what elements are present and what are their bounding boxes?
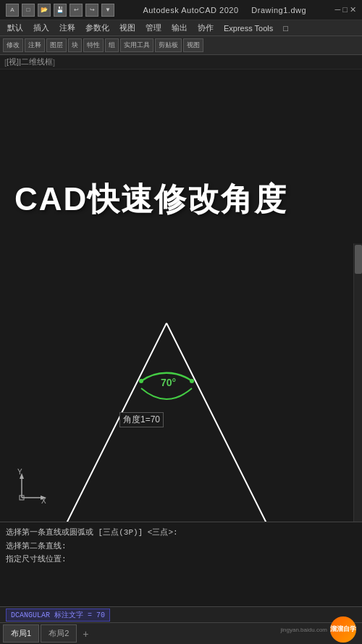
menu-bar: 默认 插入 注释 参数化 视图 管理 输出 协作 Express Tools □ [0, 20, 362, 36]
cmd-line-2: 选择第二条直线: [6, 540, 356, 553]
menu-manage[interactable]: 管理 [141, 21, 166, 35]
tab-layout1[interactable]: 布局1 [3, 624, 39, 643]
dropdown-icon[interactable]: ▼ [101, 4, 114, 17]
scrollbar-vertical[interactable] [353, 243, 362, 544]
view-text: [视]|二维线框 [7, 57, 53, 67]
scrollbar-thumb[interactable] [355, 245, 362, 274]
ucs-y-label: Y [17, 469, 22, 476]
logo-line2: 自学 [343, 626, 356, 633]
menu-extra[interactable]: □ [279, 22, 292, 34]
cmd-line-1: 选择第一条直线或圆弧或 [三点(3P)] <三点>: [6, 526, 356, 540]
dim-label: 角度1=70 [123, 414, 160, 425]
app-icon: A [6, 4, 19, 17]
save-icon[interactable]: 💾 [54, 4, 67, 17]
menu-collaborate[interactable]: 协作 [193, 21, 218, 35]
command-area: 选择第一条直线或圆弧或 [三点(3P)] <三点>: 选择第二条直线: 指定尺寸… [0, 522, 362, 574]
cmd-line-3: 指定尺寸线位置: [6, 553, 356, 566]
menu-output[interactable]: 输出 [167, 21, 192, 35]
angle-label: 70° [161, 377, 176, 388]
dimension-text: 角度1=70 [119, 412, 164, 427]
title-bar-center: Autodesk AutoCAD 2020 Drawing1.dwg [114, 6, 334, 14]
tool-annotate[interactable]: 注释 [25, 38, 45, 52]
toolbar: 修改 注释 图层 块 特性 组 实用工具 剪贴板 视图 [0, 36, 362, 55]
tool-clipboard[interactable]: 剪贴板 [155, 38, 182, 52]
window-controls[interactable]: ─ □ ✕ [334, 5, 356, 14]
open-icon[interactable]: 📂 [38, 4, 51, 17]
tab-layout2[interactable]: 布局2 [41, 624, 77, 643]
tool-group[interactable]: 组 [105, 38, 119, 52]
svg-line-1 [167, 323, 268, 526]
tool-layer[interactable]: 图层 [46, 38, 67, 52]
tool-block[interactable]: 块 [68, 38, 82, 52]
file-name: Drawing1.dwg [251, 6, 306, 14]
view-label: [ [视]|二维线框 ] [0, 55, 362, 70]
app-name: Autodesk AutoCAD 2020 [143, 6, 238, 14]
menu-parametric[interactable]: 参数化 [81, 21, 114, 35]
logo-line1: 溜溜 [330, 626, 343, 633]
svg-point-4 [139, 379, 143, 383]
watermark-url: jingyan.baidu.com [281, 627, 327, 633]
watermark: jingyan.baidu.com 溜溜 自学 [281, 616, 356, 643]
tab-bar: 布局1 布局2 + jingyan.baidu.com 溜溜 自学 [0, 622, 362, 644]
watermark-logo: 溜溜 自学 [330, 616, 356, 643]
ucs-svg: Y X [14, 469, 51, 505]
redo-icon[interactable]: ↪ [85, 4, 98, 17]
title-bar: A □ 📂 💾 ↩ ↪ ▼ Autodesk AutoCAD 2020 Draw… [0, 0, 362, 20]
tab-add-button[interactable]: + [78, 627, 93, 641]
tool-view2[interactable]: 视图 [183, 38, 203, 52]
menu-insert[interactable]: 插入 [29, 21, 54, 35]
menu-annotate[interactable]: 注释 [55, 21, 80, 35]
svg-point-5 [190, 379, 194, 383]
dcangular-status: DCANGULAR 标注文字 = 70 [6, 609, 110, 622]
ucs-x-label: X [41, 497, 46, 505]
tool-utilities[interactable]: 实用工具 [120, 38, 153, 52]
menu-express-tools[interactable]: Express Tools [219, 22, 277, 34]
title-bar-icons: A □ 📂 💾 ↩ ↪ ▼ [6, 4, 114, 17]
watermark-source: jingyan.baidu.com [281, 627, 327, 633]
ucs-icon: Y X [14, 469, 51, 508]
new-icon[interactable]: □ [22, 4, 35, 17]
undo-icon[interactable]: ↩ [70, 4, 83, 17]
menu-view[interactable]: 视图 [115, 21, 140, 35]
tool-modify[interactable]: 修改 [3, 38, 23, 52]
menu-default[interactable]: 默认 [3, 21, 28, 35]
tool-properties[interactable]: 特性 [83, 38, 104, 52]
